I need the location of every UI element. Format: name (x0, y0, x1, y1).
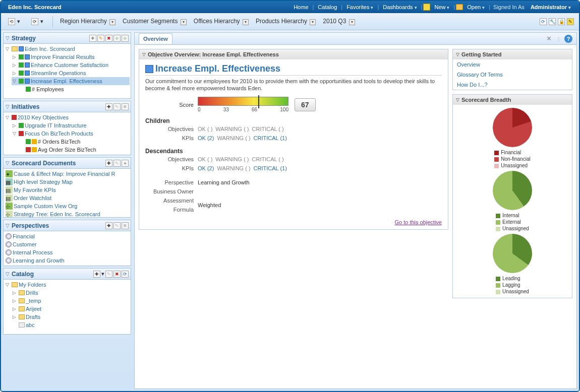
dim-period[interactable]: 2010 Q3 ▾ (323, 18, 355, 25)
kpi-ok-link[interactable]: OK (2) (198, 135, 214, 141)
objective-description: Our commitment to our employees for 2010… (145, 78, 442, 92)
tree-node-selected[interactable]: ▽Increase Empl. Effectiveness (12, 77, 130, 85)
tree-node[interactable]: # Employees (19, 85, 130, 93)
tree-node[interactable]: # Orders BizTech (19, 138, 130, 146)
menu-home[interactable]: Home (291, 2, 311, 12)
gs-link-overview[interactable]: Overview (453, 59, 572, 70)
kpi-crit-link[interactable]: CRITICAL (1) (254, 135, 287, 141)
tree-node[interactable]: ▷Drills (12, 289, 130, 297)
collapse-icon[interactable]: ▽ (6, 223, 12, 228)
new-icon[interactable]: ✚ (105, 103, 112, 110)
collapse-icon[interactable]: ▽ (6, 35, 12, 41)
list-item[interactable]: ▤My Favorite KPIs (5, 186, 130, 194)
tree-node[interactable]: ▷Upgrade IT Infrastructure (12, 121, 130, 129)
help-icon[interactable]: ? (564, 35, 572, 43)
list-item[interactable]: ✦Cause & Effect Map: Improve Financial R (5, 170, 130, 178)
refresh-icon[interactable]: ⟳ (540, 18, 547, 25)
gs-link-howdoi[interactable]: How Do I...? (453, 80, 572, 90)
getting-started-panel: Getting Started Overview Glossary Of Ter… (452, 49, 572, 90)
top-menu: Home| Catalog| Favorites| Dashboards| Ne… (291, 2, 579, 12)
signed-in-label: Signed In As (491, 4, 527, 10)
dim-customer[interactable]: Customer Segments ▾ (123, 18, 187, 25)
pencil-icon[interactable]: ✎ (105, 271, 112, 278)
list-item[interactable]: Internal Process (5, 248, 130, 256)
dim-products[interactable]: Products Hierarchy ▾ (256, 18, 316, 25)
collapse-icon[interactable]: ▽ (6, 104, 12, 109)
collapse-icon[interactable]: ▽ (6, 160, 12, 166)
pane-title: Perspectives (12, 222, 105, 229)
new-icon[interactable]: ✚ (93, 271, 100, 278)
forward-button[interactable]: ⟳▾ (29, 17, 45, 26)
tree-node[interactable]: Avg Order Size BizTech (19, 146, 130, 154)
menu-open[interactable]: Open (464, 2, 488, 12)
pane-title: Scorecard Documents (12, 160, 105, 167)
delete-icon[interactable]: ✖ (113, 271, 121, 278)
tree-node[interactable]: ▷_temp (12, 297, 130, 305)
edit-icon[interactable]: ✎ (567, 18, 574, 25)
top-bar: Eden Inc. Scorecard Home| Catalog| Favor… (1, 1, 579, 13)
delete-icon[interactable]: ✖ (105, 35, 112, 42)
tree-node[interactable]: ▽Focus On BizTech Products (12, 129, 130, 138)
tree-node[interactable]: abc (12, 321, 130, 329)
menu-dashboards[interactable]: Dashboards (380, 2, 420, 12)
expand-icon[interactable]: » (122, 160, 129, 167)
new-icon[interactable]: ✚ (89, 35, 96, 42)
wrench-icon[interactable]: 🔧 (549, 18, 556, 25)
menu-new[interactable]: New (431, 2, 452, 12)
pencil-icon[interactable]: ✎ (113, 160, 121, 167)
pane-perspectives: ▽Perspectives ✚✎✖ Financial Customer Int… (3, 220, 131, 266)
back-button[interactable]: ⟲▾ (6, 17, 22, 26)
new-icon[interactable]: ✚ (105, 160, 112, 167)
tree-icon[interactable]: ⊹ (113, 35, 121, 42)
refresh-icon[interactable]: ⟳ (122, 271, 129, 278)
lock-icon[interactable]: 🔒 (558, 18, 565, 25)
list-item[interactable]: ▦High level Strategy Map (5, 178, 130, 186)
menu-catalog[interactable]: Catalog (315, 2, 340, 12)
pane-documents: ▽Scorecard Documents ✚✎» ✦Cause & Effect… (3, 157, 131, 218)
app-title: Eden Inc. Scorecard (1, 4, 69, 10)
pencil-icon[interactable]: ✎ (113, 103, 121, 110)
objective-overview-panel: Objective Overview: Increase Empl. Effec… (139, 49, 448, 230)
menu-user[interactable]: Administrator (528, 2, 574, 12)
tree-node[interactable]: ▽My Folders (5, 281, 130, 289)
new-icon (423, 4, 430, 11)
list-item[interactable]: ▤Order Watchlist (5, 194, 130, 202)
scorecard-breadth-panel: Scorecard Breadth FinancialNon-financial… (452, 94, 572, 298)
close-icon[interactable]: ✕ (545, 35, 553, 42)
panel-title: Scorecard Breadth (453, 95, 572, 105)
tab-overview[interactable]: Overview (139, 33, 172, 44)
list-item[interactable]: Learning and Growth (5, 256, 130, 265)
collapse-icon[interactable]: ▽ (6, 271, 12, 277)
list-item[interactable]: ⊹Strategy Tree: Eden Inc. Scorecard (5, 210, 130, 217)
list-item[interactable]: ⊹Sample Custom View Org (5, 202, 130, 210)
pencil-icon[interactable]: ✎ (97, 35, 104, 42)
tree-node[interactable]: ▽Eden Inc. Scorecard (5, 45, 130, 53)
tree2-icon[interactable]: ⊹ (122, 35, 129, 42)
tree-node[interactable]: ▷Drafts (12, 313, 130, 321)
dim-offices[interactable]: Offices Hierarchy ▾ (194, 18, 249, 25)
pie-chart-financial (493, 108, 532, 147)
dim-region[interactable]: Region Hierarchy ▾ (60, 18, 115, 25)
list-item[interactable]: Financial (5, 232, 130, 240)
delete-icon[interactable]: ✖ (122, 222, 129, 229)
tree-node[interactable]: ▷Enhance Customer Satisfaction (12, 61, 130, 69)
gs-link-glossary[interactable]: Glossary Of Terms (453, 70, 572, 80)
kpi-ok-link[interactable]: OK (2) (198, 165, 214, 171)
menu-favorites[interactable]: Favorites (343, 2, 376, 12)
open-icon (456, 4, 463, 10)
tree-node[interactable]: ▷Improve Financial Results (12, 53, 130, 61)
tree-node[interactable]: ▽2010 Key Objectives (5, 113, 130, 121)
list-item[interactable]: Customer (5, 240, 130, 248)
kpi-crit-link[interactable]: CRITICAL (1) (254, 165, 287, 171)
pie-chart-internal (493, 171, 532, 210)
tree-node[interactable]: ▷Arijeet (12, 305, 130, 313)
pane-catalog: ▽Catalog ✚▾✎✖⟳ ▽My Folders ▷Drills ▷_tem… (3, 268, 131, 335)
go-to-objective-link[interactable]: Go to this objective (145, 219, 442, 225)
pane-title: Catalog (12, 271, 93, 278)
tree-node[interactable]: ▷Streamline Operations (12, 69, 130, 77)
pane-title: Strategy (12, 35, 89, 42)
new-icon[interactable]: ✚ (105, 222, 112, 229)
pencil-icon[interactable]: ✎ (113, 222, 121, 229)
delete-icon[interactable]: ✖ (122, 103, 129, 110)
pane-title: Initiatives (12, 103, 105, 110)
